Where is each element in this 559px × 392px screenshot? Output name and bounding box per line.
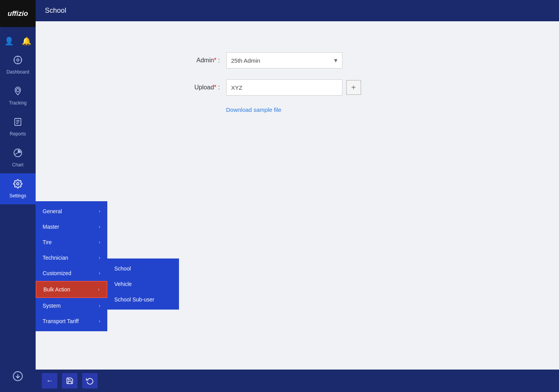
chevron-right-icon: › <box>99 318 100 324</box>
sidebar-nav: 👤 🔔 Dashboard <box>0 27 36 371</box>
settings-tire[interactable]: Tire › <box>36 235 107 250</box>
dashboard-label: Dashboard <box>7 69 29 75</box>
download-sample-link[interactable]: Download sample file <box>226 106 414 113</box>
tracking-label: Tracking <box>9 100 27 106</box>
main-content: Admin* : 25th Admin Admin 1 Admin 2 ▼ Up… <box>36 21 559 370</box>
sidebar-item-reports[interactable]: Reports <box>0 111 36 142</box>
upload-input-group: + <box>226 79 361 96</box>
sidebar-top-icons: 👤 🔔 <box>0 31 36 50</box>
settings-technician[interactable]: Technician › <box>36 250 107 265</box>
tracking-icon <box>13 86 22 98</box>
svg-point-6 <box>16 89 19 92</box>
bell-icon[interactable]: 🔔 <box>22 36 31 46</box>
main-area: School Admin* : 25th Admin Admin 1 Admin… <box>36 0 559 392</box>
settings-bulk-action[interactable]: Bulk Action › <box>36 281 107 298</box>
svg-line-12 <box>15 153 18 154</box>
chevron-right-icon: › <box>99 209 100 214</box>
admin-row: Admin* : 25th Admin Admin 1 Admin 2 ▼ <box>181 52 414 68</box>
chart-icon <box>13 148 22 160</box>
form-area: Admin* : 25th Admin Admin 1 Admin 2 ▼ Up… <box>181 52 414 113</box>
upload-row: Upload* : + <box>181 79 414 96</box>
admin-select[interactable]: 25th Admin Admin 1 Admin 2 <box>226 52 342 68</box>
sidebar-item-tracking[interactable]: Tracking <box>0 80 36 111</box>
settings-general[interactable]: General › <box>36 204 107 219</box>
settings-label: Settings <box>9 193 26 199</box>
bulk-vehicle[interactable]: Vehicle <box>107 276 179 292</box>
sidebar-item-dashboard[interactable]: Dashboard <box>0 50 36 80</box>
settings-customized[interactable]: Customized › <box>36 265 107 281</box>
svg-point-1 <box>17 59 19 61</box>
admin-label: Admin* : <box>181 57 220 64</box>
chart-label: Chart <box>12 162 23 168</box>
logo-text: uffizio <box>8 10 28 18</box>
dashboard-icon <box>13 55 22 67</box>
back-button[interactable]: ← <box>42 373 57 389</box>
chevron-right-icon: › <box>99 255 100 260</box>
chevron-right-icon: › <box>99 270 100 276</box>
reset-button[interactable] <box>82 373 98 389</box>
sidebar-item-settings[interactable]: Settings <box>0 173 36 204</box>
svg-point-13 <box>17 183 19 185</box>
bulk-school[interactable]: School <box>107 261 179 276</box>
upload-label: Upload* : <box>181 84 220 91</box>
sidebar-bottom <box>12 371 23 392</box>
settings-submenu: General › Master › Tire › Technician › C… <box>36 201 107 331</box>
chevron-right-icon: › <box>99 303 100 308</box>
admin-select-wrapper: 25th Admin Admin 1 Admin 2 ▼ <box>226 52 342 68</box>
sidebar-item-chart[interactable]: Chart <box>0 142 36 173</box>
page-header: School <box>36 0 559 21</box>
upload-plus-button[interactable]: + <box>346 80 361 95</box>
bulk-school-subuser[interactable]: School Sub-user <box>107 292 179 307</box>
chevron-right-icon: › <box>99 224 100 229</box>
reports-label: Reports <box>10 131 26 137</box>
bottom-toolbar: ← <box>36 370 559 392</box>
download-sidebar-icon[interactable] <box>12 371 23 384</box>
page-title: School <box>45 7 66 15</box>
sidebar: uffizio 👤 🔔 Dashboard <box>0 0 36 392</box>
settings-system[interactable]: System › <box>36 298 107 313</box>
chevron-right-icon: › <box>99 240 100 245</box>
settings-icon <box>13 179 22 191</box>
bulk-action-submenu: School Vehicle School Sub-user <box>107 258 179 310</box>
reports-icon <box>13 117 22 129</box>
user-icon[interactable]: 👤 <box>4 36 14 46</box>
settings-transport-tariff[interactable]: Transport Tariff › <box>36 313 107 329</box>
chevron-right-icon: › <box>98 287 100 292</box>
settings-master[interactable]: Master › <box>36 219 107 235</box>
save-button[interactable] <box>62 373 77 389</box>
logo: uffizio <box>0 0 36 27</box>
upload-input[interactable] <box>226 79 342 96</box>
